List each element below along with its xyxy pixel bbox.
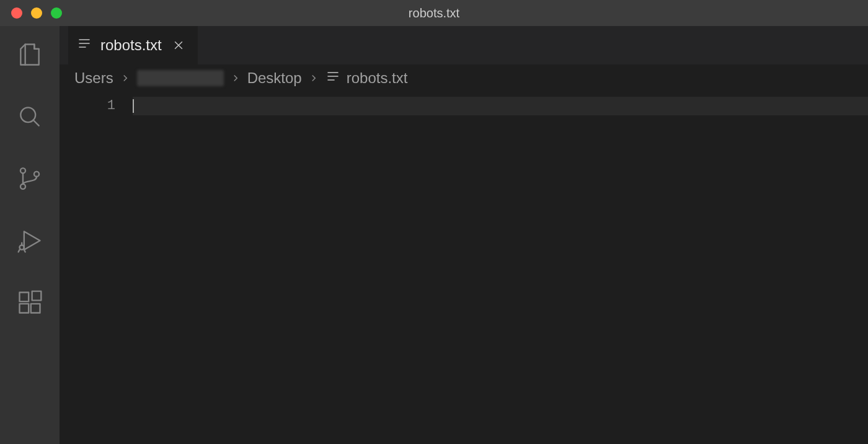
editor-area: robots.txt Users Desktop [60,26,868,444]
source-control-icon[interactable] [12,161,47,196]
search-icon[interactable] [12,99,47,134]
svg-point-1 [20,168,25,173]
window-close-button[interactable] [11,7,22,19]
svg-rect-8 [32,291,42,301]
text-file-icon [77,36,92,55]
svg-point-2 [20,184,25,189]
tab-label: robots.txt [100,37,162,54]
extensions-icon[interactable] [12,285,47,320]
editor-body[interactable]: 1 [60,92,868,444]
svg-rect-7 [31,304,40,313]
run-debug-icon[interactable] [12,223,47,258]
tab-close-button[interactable] [170,37,187,53]
window-minimize-button[interactable] [31,7,42,19]
window-zoom-button[interactable] [51,7,62,19]
breadcrumb-label: robots.txt [347,69,408,87]
chevron-right-icon [120,73,131,84]
breadcrumb-label: Users [74,69,113,87]
text-cursor [133,99,134,113]
breadcrumb-users[interactable]: Users [74,69,113,87]
breadcrumb-desktop[interactable]: Desktop [247,69,302,87]
window-title: robots.txt [409,6,459,20]
activity-bar [0,26,60,444]
editor-line[interactable] [133,97,868,115]
line-number: 1 [60,97,115,115]
chevron-right-icon [230,73,241,84]
tab-robots-txt[interactable]: robots.txt [68,26,198,64]
title-bar: robots.txt [0,0,868,26]
text-file-icon [326,69,340,87]
window-controls [11,7,62,19]
chevron-right-icon [308,73,319,84]
svg-point-3 [34,172,39,177]
breadcrumb-file[interactable]: robots.txt [326,69,408,87]
tabs-spacer [198,26,868,64]
editor-content[interactable] [133,92,868,444]
svg-rect-5 [20,293,29,302]
breadcrumbs: Users Desktop robots.txt [60,64,868,92]
editor-tabs: robots.txt [60,26,868,64]
line-number-gutter: 1 [60,92,133,444]
explorer-icon[interactable] [12,37,47,72]
breadcrumb-label: Desktop [247,69,302,87]
svg-rect-6 [20,304,29,313]
breadcrumb-redacted[interactable] [137,70,224,86]
